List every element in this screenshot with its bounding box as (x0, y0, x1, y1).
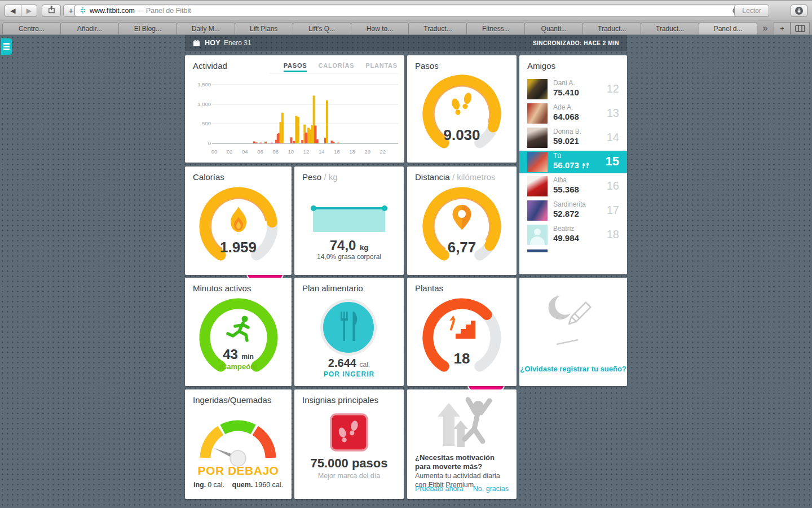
tab-overview-button[interactable] (791, 22, 810, 34)
tile-title: Minutos activos (193, 283, 251, 293)
browser-tab[interactable]: Centro... (2, 22, 61, 34)
today-label[interactable]: HOY (205, 39, 220, 47)
browser-tab[interactable]: Traduct... (641, 22, 699, 34)
friend-rank: 12 (607, 82, 619, 95)
svg-text:00: 00 (211, 148, 218, 155)
browser-tab[interactable]: Fitness... (466, 22, 525, 34)
tile-floors[interactable]: Plantas 18 (407, 278, 517, 386)
browser-toolbar: ◀ ▶ + www.fitbit.com — Panel de Fitbit (0, 0, 812, 20)
tile-calories[interactable]: Calorías 1.959 (185, 167, 292, 275)
back-button[interactable]: ◀ (5, 5, 21, 17)
tab-plantas[interactable]: PLANTAS (365, 62, 398, 72)
svg-text:02: 02 (227, 148, 233, 155)
tile-title: Plantas (415, 283, 443, 293)
browser-tab[interactable]: Daily M... (176, 22, 235, 34)
premium-try-link[interactable]: Pruébalo ahora (415, 485, 463, 493)
friend-row[interactable]: Sardinerita52.87217 (519, 199, 627, 222)
weight-value: 74,0 kg (294, 238, 404, 253)
activity-bar-chart[interactable]: 05001,0001,500000204060810121416182022 (185, 78, 404, 161)
friend-steps: 49.984 (553, 233, 579, 243)
weight-point-end (382, 205, 387, 211)
steps-badge-icon (330, 413, 368, 452)
friend-row[interactable]: Ade A.64.06813 (519, 102, 627, 125)
weight-unit-label: / kg (324, 172, 337, 182)
browser-tab[interactable]: Lift Plans (235, 22, 293, 34)
calendar-icon (193, 40, 200, 47)
friend-name: Tú (553, 152, 561, 160)
friend-name: Beatriz (553, 225, 574, 233)
tab-pasos[interactable]: PASOS (284, 62, 307, 72)
friend-rank: 13 (607, 107, 619, 120)
browser-tab[interactable]: Añadir... (60, 22, 119, 34)
menu-button[interactable] (1, 38, 12, 55)
tile-activity: Actividad PASOS CALORÍAS PLANTAS 05001,0… (185, 55, 404, 163)
body-fat-text: 14,0% grasa corporal (294, 253, 404, 261)
browser-tab[interactable]: How to... (351, 22, 409, 34)
friend-row[interactable]: Donna B.59.02114 (519, 126, 627, 149)
friend-rank: 18 (607, 228, 619, 241)
browser-tab[interactable]: Traduct... (408, 22, 467, 34)
tile-friends: Amigos Dani A.75.41012Ade A.64.06813Donn… (519, 55, 627, 274)
tile-active-minutes[interactable]: Minutos activos 43 min ¡Campeón! (185, 278, 292, 386)
friend-row[interactable]: Alba55.36816 (519, 175, 627, 198)
tab-calorias[interactable]: CALORÍAS (318, 62, 354, 72)
browser-tab[interactable]: Panel d... (699, 22, 757, 34)
friend-avatar (527, 128, 548, 148)
downloads-button[interactable] (791, 5, 807, 17)
tile-title: Peso / kg (302, 172, 338, 182)
add-tab-button[interactable]: + (774, 22, 791, 34)
share-button[interactable] (42, 5, 61, 17)
tile-title: Plan alimentario (302, 283, 363, 293)
friend-steps: 55.368 (553, 185, 579, 194)
premium-dismiss-link[interactable]: No, gracias (473, 485, 509, 493)
in-out-detail: ing.0 cal. quem.1960 cal. (185, 481, 292, 489)
friend-row[interactable]: Dani A.75.41012 (519, 78, 627, 100)
svg-text:0: 0 (208, 140, 211, 146)
friend-rank: 14 (607, 131, 619, 144)
forward-button[interactable]: ▶ (21, 5, 38, 17)
tab-strip: Centro...Añadir...El Blog...Daily M...Li… (0, 20, 757, 34)
friend-row[interactable]: Beatriz49.98418 (519, 224, 627, 246)
friend-avatar (527, 225, 548, 245)
download-icon (795, 6, 804, 15)
tab-overflow-button[interactable]: » (757, 22, 774, 34)
friend-avatar (527, 103, 548, 124)
browser-tab[interactable]: Traduct... (582, 22, 641, 34)
svg-text:08: 08 (272, 148, 279, 155)
reader-button[interactable]: Lector (734, 5, 769, 17)
friend-steps: 75.410 (553, 87, 579, 97)
stairs-icon (448, 314, 477, 342)
tile-weight[interactable]: Peso / kg 74,0 kg 14,0% grasa corporal (294, 167, 404, 275)
svg-text:10: 10 (288, 148, 294, 155)
browser-tab[interactable]: Quanti... (524, 22, 583, 34)
food-plan-value: 2.644 cal. (294, 357, 404, 370)
svg-text:22: 22 (380, 148, 386, 155)
tile-calories-in-out[interactable]: Ingeridas/Quemadas POR DEBAJO ing.0 cal.… (185, 389, 292, 499)
svg-text:16: 16 (334, 148, 340, 155)
tile-food-plan[interactable]: Plan alimentario 2.644 cal. POR INGERIR (294, 278, 404, 386)
weight-point-start (311, 205, 316, 211)
log-sleep-link[interactable]: ¿Olvidaste registrar tu sueño? (519, 364, 627, 374)
date-text: Enero 31 (224, 39, 251, 47)
friend-avatar (527, 79, 548, 99)
tile-premium-promo: ¿Necesitas motivación para moverte más? … (407, 389, 517, 499)
date-header: HOY Enero 31 SINCRONIZADO: HACE 2 MIN (185, 35, 627, 51)
tile-sleep[interactable]: ¿Olvidaste registrar tu sueño? (519, 278, 627, 386)
address-bar[interactable]: www.fitbit.com — Panel de Fitbit (74, 5, 745, 17)
motivation-illustration (422, 394, 502, 452)
tile-steps[interactable]: Pasos 9.030 (407, 55, 517, 163)
friend-rank: 17 (607, 204, 619, 217)
safari-window: ◀ ▶ + www.fitbit.com — Panel de Fitbit (0, 0, 812, 508)
moon-pencil-icon (541, 292, 606, 347)
friend-avatar-partial (527, 249, 548, 252)
browser-tab[interactable]: Lift's Q... (293, 22, 351, 34)
friend-name: Sardinerita (553, 200, 586, 208)
sync-status: SINCRONIZADO: HACE 2 MIN (533, 40, 619, 46)
fitbit-favicon (80, 7, 86, 14)
tile-title: Calorías (193, 172, 224, 182)
browser-tab[interactable]: El Blog... (118, 22, 177, 34)
tile-badges[interactable]: Insignias principales 75.000 pasos Mejor… (294, 389, 404, 499)
url-text: www.fitbit.com (90, 7, 135, 15)
tile-distance[interactable]: Distancia / kilómetros 6,77 (407, 167, 517, 275)
friend-row-you[interactable]: Tú56.07315 (519, 151, 627, 173)
